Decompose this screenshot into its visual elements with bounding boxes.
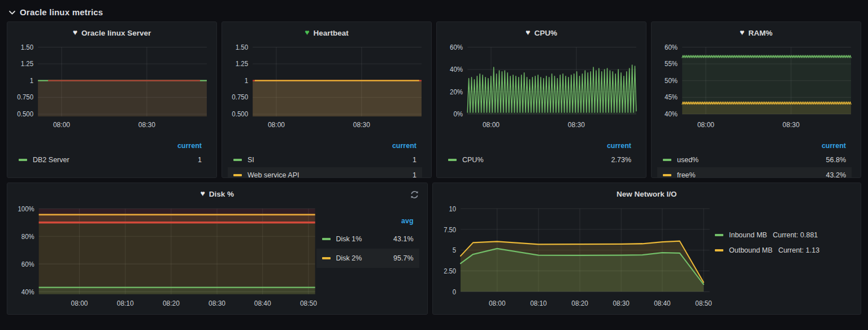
timeseries-chart-heartbeat[interactable]: 1.501.2510.7500.50008:0008:30	[222, 41, 431, 131]
legend-row-disk2[interactable]: Disk 2% 95.7%	[316, 249, 419, 268]
legend-row-free[interactable]: free% 43.2%	[657, 167, 852, 178]
svg-text:08:00: 08:00	[483, 121, 500, 129]
timeseries-chart-network[interactable]: 107.5052.50008:0008:1008:2008:3008:4008:…	[433, 202, 715, 311]
series-label: Web service API	[248, 171, 413, 179]
heart-icon: ♥	[305, 28, 309, 36]
timeseries-chart-server[interactable]: 1.501.2510.7500.50008:0008:30	[7, 41, 216, 131]
series-value: 1	[413, 171, 416, 179]
timeseries-chart-cpu[interactable]: 60%40%20%0%08:0008:30	[437, 41, 646, 131]
legend-sort-current[interactable]: current	[663, 140, 846, 152]
legend-row-db2-server[interactable]: DB2 Server 1	[19, 152, 202, 167]
svg-text:40%: 40%	[21, 288, 34, 296]
svg-text:0.750: 0.750	[17, 93, 33, 101]
svg-text:0%: 0%	[453, 110, 463, 118]
svg-text:60%: 60%	[450, 43, 463, 50]
svg-text:08:00: 08:00	[697, 121, 714, 129]
series-marker	[233, 174, 242, 176]
svg-text:08:00: 08:00	[268, 121, 285, 129]
panel-title: New Network I/O	[617, 190, 677, 198]
legend-ram: current used% 56.8% free% 43.2%	[652, 131, 861, 178]
series-value: 2.73%	[611, 156, 631, 164]
legend-row-web-service-api[interactable]: Web service API 1	[228, 167, 422, 178]
panel-title: Disk %	[209, 190, 234, 198]
series-marker	[715, 249, 723, 251]
legend-row-outbound[interactable]: Outbound MB Current: 1.13	[715, 242, 853, 258]
svg-text:1.25: 1.25	[236, 60, 249, 67]
panel-header-heartbeat[interactable]: ♥ Heartbeat	[222, 22, 431, 41]
legend-row-cpu[interactable]: CPU% 2.73%	[448, 152, 631, 167]
svg-text:2.50: 2.50	[444, 267, 456, 275]
legend-sort-current[interactable]: current	[19, 140, 202, 152]
disk-panel-body: 100%80%60%40%08:0008:1008:2008:3008:4008…	[7, 202, 427, 314]
legend-disk: avg Disk 1% 43.1% Disk 2% 95.7%	[322, 202, 427, 314]
dashboard-bottom-row: ♥ Disk % 100%80%60%40%08:0008:1008:2008:…	[7, 183, 861, 315]
svg-text:0: 0	[452, 288, 455, 296]
svg-text:08:50: 08:50	[300, 298, 317, 307]
heart-icon: ♥	[740, 28, 744, 36]
svg-text:08:10: 08:10	[117, 298, 134, 307]
svg-text:08:00: 08:00	[53, 121, 70, 129]
svg-text:20%: 20%	[450, 88, 463, 95]
svg-text:08:30: 08:30	[209, 298, 225, 307]
series-label: free%	[677, 171, 826, 179]
svg-text:0.750: 0.750	[232, 93, 248, 101]
heart-icon: ♥	[526, 28, 530, 36]
svg-text:08:20: 08:20	[571, 299, 588, 307]
panel-header-cpu[interactable]: ♥ CPU%	[437, 22, 646, 41]
panel-header-disk[interactable]: ♥ Disk %	[7, 183, 427, 202]
svg-text:08:10: 08:10	[530, 299, 546, 307]
svg-text:08:30: 08:30	[568, 121, 585, 129]
series-marker	[663, 159, 671, 161]
panel-heartbeat: ♥ Heartbeat 1.501.2510.7500.50008:0008:3…	[222, 21, 432, 178]
legend-row-si[interactable]: SI 1	[233, 152, 416, 167]
panel-cpu: ♥ CPU% 60%40%20%0%08:0008:30 current CPU…	[436, 21, 646, 178]
legend-row-inbound[interactable]: Inbound MB Current: 0.881	[715, 227, 853, 242]
row-toggle-oracle-linux-metrics[interactable]: Oracle linux metrics	[0, 0, 868, 21]
panel-header-network-io[interactable]: New Network I/O	[433, 183, 861, 202]
svg-text:08:00: 08:00	[71, 298, 88, 307]
legend-server: current DB2 Server 1	[7, 131, 216, 167]
svg-text:7.50: 7.50	[444, 225, 456, 234]
panel-ram: ♥ RAM% 60%55%50%45%40%08:0008:30 current…	[651, 21, 861, 178]
svg-text:10: 10	[449, 205, 456, 213]
series-marker	[322, 257, 331, 259]
svg-text:0.500: 0.500	[232, 110, 248, 118]
legend-sort-current[interactable]: current	[233, 140, 416, 152]
panel-title: RAM%	[748, 29, 772, 37]
series-label: Inbound MB	[729, 231, 767, 239]
legend-sort-current[interactable]: current	[448, 140, 631, 152]
series-label: used%	[677, 156, 826, 164]
row-title: Oracle linux metrics	[20, 7, 103, 17]
series-marker	[19, 159, 27, 161]
series-label: SI	[248, 156, 413, 164]
svg-text:08:20: 08:20	[163, 298, 180, 307]
series-label: Outbound MB	[729, 246, 772, 254]
panel-oracle-linux-server: ♥ Oracle linux Server 1.501.2510.7500.50…	[7, 21, 217, 178]
panel-title: Oracle linux Server	[81, 29, 151, 37]
svg-text:80%: 80%	[21, 232, 34, 241]
dashboard-top-row: ♥ Oracle linux Server 1.501.2510.7500.50…	[7, 21, 861, 178]
series-marker	[322, 238, 331, 240]
series-marker	[448, 159, 457, 161]
legend-row-used[interactable]: used% 56.8%	[663, 152, 846, 167]
svg-text:08:30: 08:30	[138, 121, 155, 129]
svg-text:45%: 45%	[665, 93, 678, 101]
svg-text:08:30: 08:30	[783, 121, 800, 129]
refresh-icon[interactable]	[410, 190, 419, 202]
svg-text:1: 1	[30, 77, 33, 84]
svg-text:60%: 60%	[21, 260, 34, 268]
series-marker	[715, 234, 723, 236]
series-value: 95.7%	[377, 254, 414, 262]
chevron-down-icon[interactable]	[9, 7, 15, 17]
panel-header-oracle-linux-server[interactable]: ♥ Oracle linux Server	[7, 22, 216, 41]
timeseries-chart-ram[interactable]: 60%55%50%45%40%08:0008:30	[652, 41, 861, 131]
legend-row-disk1[interactable]: Disk 1% 43.1%	[322, 229, 414, 249]
legend-network: Inbound MB Current: 0.881 Outbound MB Cu…	[715, 202, 861, 314]
series-value: 1	[198, 156, 202, 164]
panel-header-ram[interactable]: ♥ RAM%	[652, 22, 861, 41]
heart-icon: ♥	[73, 28, 77, 36]
series-label: Disk 2%	[336, 254, 377, 262]
legend-sort-avg[interactable]: avg	[322, 215, 414, 227]
svg-text:1.25: 1.25	[21, 60, 34, 67]
timeseries-chart-disk[interactable]: 100%80%60%40%08:0008:1008:2008:3008:4008…	[7, 202, 322, 311]
